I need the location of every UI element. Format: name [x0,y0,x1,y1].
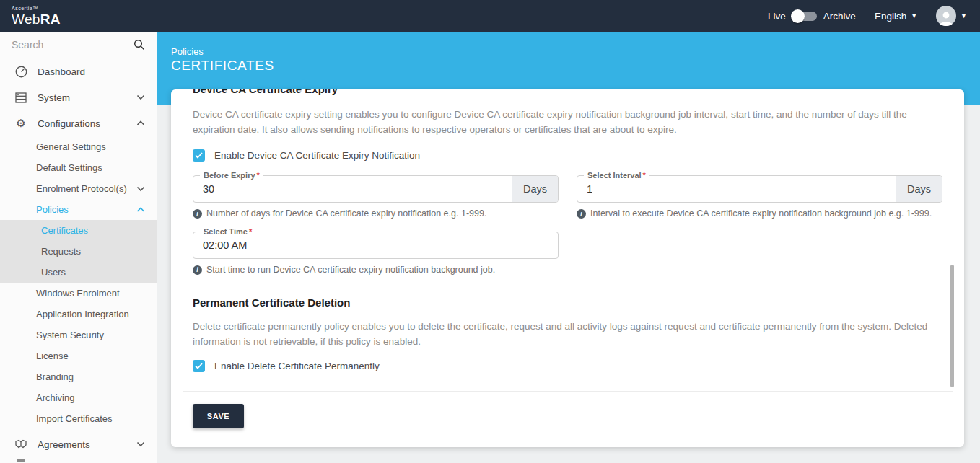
info-icon: i [193,209,202,219]
sidebar-item-label: Agreements [38,439,136,450]
breadcrumb: Policies [171,46,204,57]
chevron-down-icon: ▼ [961,12,967,19]
sidebar-item-system-security[interactable]: System Security [0,325,157,345]
chevron-down-icon [136,441,145,447]
language-label: English [875,11,906,22]
section-title-permanent-deletion: Permanent Certificate Deletion [193,296,942,309]
page-title: CERTIFICATES [171,58,274,74]
live-archive-toggle-group: Live Archive [768,11,856,22]
sidebar-item-label: Dashboard [38,66,145,77]
select-time-hint: i Start time to run Device CA certificat… [193,265,559,275]
partial-next-item-icon [17,459,25,462]
select-time-field: Select Time* [193,232,559,259]
user-menu[interactable]: ▼ [936,6,967,26]
sidebar-item-windows-enrolment[interactable]: Windows Enrolment [0,283,157,304]
info-icon: i [193,265,202,275]
policies-submenu: Certificates Requests Users [0,220,157,283]
before-expiry-cell: Before Expiry* Days i Number of days for… [193,175,559,219]
required-asterisk: * [249,227,252,236]
interval-hint: i Interval to execute Device CA certific… [577,208,942,219]
handshake-icon [14,438,27,451]
sidebar-item-application-integration[interactable]: Application Integration [0,304,157,325]
person-icon [939,10,953,26]
live-archive-toggle[interactable] [792,12,817,21]
sidebar: Dashboard System ⚙ Configurations Genera… [0,32,157,463]
enable-delete-permanently-row: Enable Delete Certificate Permanently [193,359,942,372]
enable-expiry-notification-checkbox[interactable] [193,149,205,162]
chevron-down-icon: ▼ [911,12,917,19]
sidebar-item-policies[interactable]: Policies [0,199,157,220]
toggle-knob[interactable] [791,9,805,23]
search-input[interactable] [12,39,120,50]
before-expiry-hint: i Number of days for Device CA certifica… [193,208,559,219]
language-dropdown[interactable]: English ▼ [875,11,917,22]
chevron-up-icon [136,120,145,126]
brand-ascertia: Ascertia™ [12,6,61,11]
select-time-cell: Select Time* i Start time to run Device … [193,232,559,275]
chevron-up-icon [136,207,145,213]
sidebar-item-label: System [38,92,136,103]
avatar[interactable] [936,6,956,26]
brand-webra: WebRA [12,12,61,26]
required-asterisk: * [257,171,260,180]
save-button[interactable]: SAVE [193,404,244,428]
section-description: Delete certificate permanently policy en… [193,319,943,349]
app-logo[interactable]: Ascertia™ WebRA [12,6,61,26]
field-label: Select Time* [200,226,255,237]
archive-label: Archive [823,11,856,22]
days-suffix: Days [512,176,558,202]
sidebar-item-general-settings[interactable]: General Settings [0,136,157,157]
check-icon [195,152,203,159]
days-suffix: Days [896,176,942,202]
interval-field: Select Interval* Days [577,175,942,203]
live-label: Live [768,11,786,22]
checkbox-label: Enable Device CA Certificate Expiry Noti… [214,150,420,161]
section-description: Device CA certificate expiry setting ena… [193,107,943,137]
field-label: Before Expiry* [200,170,263,180]
sidebar-item-license[interactable]: License [0,345,157,366]
enable-delete-permanently-checkbox[interactable] [193,360,205,372]
chevron-down-icon [136,94,145,100]
settings-card: Device CA Certificate Expiry Device CA c… [171,89,964,447]
enable-expiry-notification-row: Enable Device CA Certificate Expiry Noti… [193,149,942,162]
gear-icon: ⚙ [14,117,27,130]
sidebar-item-configurations[interactable]: ⚙ Configurations [0,110,157,136]
sidebar-item-agreements[interactable]: Agreements [0,431,157,457]
search-icon[interactable] [134,39,145,50]
top-navbar: Ascertia™ WebRA Live Archive English ▼ ▼ [0,0,980,32]
sidebar-item-import-certificates[interactable]: Import Certificates [0,408,157,429]
checkbox-label: Enable Delete Certificate Permanently [214,361,380,371]
required-asterisk: * [643,171,646,180]
sidebar-item-certificates[interactable]: Certificates [0,220,157,241]
sidebar-item-system[interactable]: System [0,84,157,110]
check-icon [195,363,203,369]
sidebar-item-default-settings[interactable]: Default Settings [0,157,157,178]
divider [183,286,953,286]
scrollbar-thumb[interactable] [950,265,954,387]
sidebar-item-enrolment-protocols[interactable]: Enrolment Protocol(s) [0,178,157,199]
sidebar-item-label: Configurations [38,118,136,129]
sidebar-item-archiving[interactable]: Archiving [0,387,157,408]
server-icon [14,91,27,104]
gauge-icon [14,65,27,78]
before-expiry-field: Before Expiry* Days [193,175,559,203]
sidebar-item-branding[interactable]: Branding [0,366,157,387]
divider [183,391,953,392]
sidebar-item-requests[interactable]: Requests [0,241,157,262]
field-label: Select Interval* [584,170,649,180]
chevron-down-icon [136,186,145,192]
sidebar-search [0,32,157,58]
sidebar-item-dashboard[interactable]: Dashboard [0,58,157,84]
section-title-device-ca-expiry: Device CA Certificate Expiry [193,89,942,95]
interval-cell: Select Interval* Days i Interval to exec… [577,175,942,219]
info-icon: i [577,209,586,219]
sidebar-item-users[interactable]: Users [0,262,157,283]
